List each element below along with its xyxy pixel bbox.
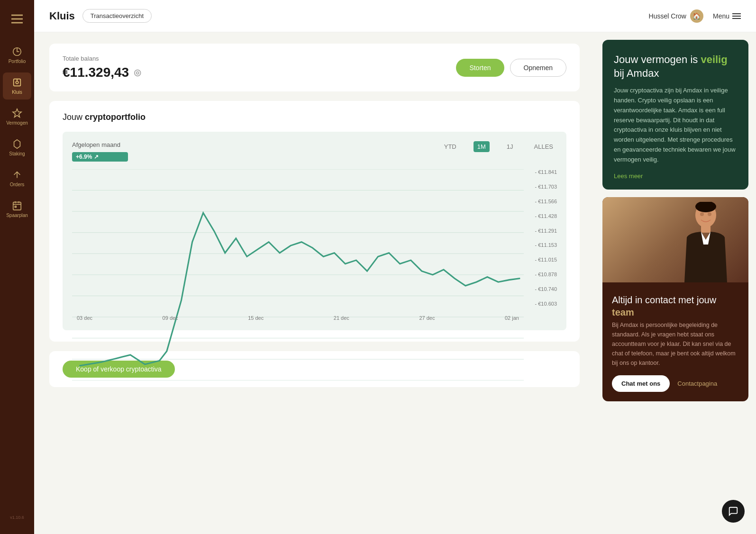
- content-area: Totale balans €11.329,43 ◎ Storten Opnem…: [34, 32, 756, 534]
- svg-point-5: [16, 81, 18, 84]
- user-info: Hussel Crow 🏠: [649, 9, 703, 23]
- chart-tab-alles[interactable]: ALLES: [530, 141, 557, 152]
- sidebar-item-spaarplan[interactable]: Spaarplan: [3, 196, 31, 223]
- svg-rect-25: [701, 226, 710, 233]
- sidebar: Portfolio Kluis Vermogen Staking Orders …: [0, 0, 34, 534]
- portfolio-title: Jouw cryptoportfolio: [63, 112, 566, 122]
- hamburger-icon: [732, 13, 741, 19]
- contact-title-pre: Altijd in contact met jouw: [612, 295, 716, 305]
- contact-card-image: [602, 197, 748, 282]
- security-title-pre: Jouw vermogen is: [614, 54, 701, 65]
- sidebar-item-portfolio[interactable]: Portfolio: [3, 42, 31, 69]
- opnemen-button[interactable]: Opnemen: [510, 59, 566, 77]
- page-title: Kluis: [49, 10, 75, 22]
- person-illustration: [677, 202, 734, 282]
- contact-actions: Chat met ons Contactpagina: [612, 375, 739, 392]
- chart-tabs: YTD 1M 1J ALLES: [440, 141, 557, 152]
- sidebar-logo: [8, 9, 27, 28]
- svg-marker-7: [13, 109, 21, 117]
- balance-label: Totale balans: [63, 55, 456, 62]
- balance-card: Totale balans €11.329,43 ◎ Storten Opnem…: [49, 44, 580, 91]
- eye-icon[interactable]: ◎: [134, 67, 141, 78]
- right-panel: Jouw vermogen is veilig bij Amdax Jouw c…: [595, 32, 756, 534]
- main-panel: Totale balans €11.329,43 ◎ Storten Opnem…: [34, 32, 595, 534]
- chart-badge: +6.9% ↗: [72, 152, 128, 162]
- balance-value: €11.329,43: [63, 65, 129, 80]
- chart-y-labels: - €11.841 - €11.703 - €11.566 - €11.428 …: [524, 169, 557, 307]
- version-label: v1.10.6: [10, 515, 24, 525]
- chart-tab-1m[interactable]: 1M: [474, 141, 490, 152]
- portfolio-title-bold: cryptoportfolio: [85, 112, 146, 122]
- menu-button[interactable]: Menu: [713, 12, 741, 20]
- chart-header: Afgelopen maand +6.9% ↗ YTD 1M 1J ALLES: [72, 141, 557, 162]
- chart-svg: [72, 169, 524, 380]
- svg-rect-8: [13, 202, 21, 210]
- contact-card: Altijd in contact met jouw team Bij Amda…: [602, 197, 748, 401]
- balance-actions: Storten Opnemen: [456, 59, 566, 77]
- chart-svg-wrap: - €11.841 - €11.703 - €11.566 - €11.428 …: [72, 169, 557, 321]
- lees-meer-link[interactable]: Lees meer: [614, 172, 643, 180]
- security-card-title: Jouw vermogen is veilig bij Amdax: [614, 53, 737, 80]
- contact-title-highlight: team: [612, 307, 634, 317]
- security-title-post: bij Amdax: [614, 67, 659, 79]
- chart-container: Afgelopen maand +6.9% ↗ YTD 1M 1J ALLES: [63, 132, 566, 330]
- security-card-body: Jouw cryptoactiva zijn bij Amdax in veil…: [614, 86, 737, 164]
- user-avatar: 🏠: [690, 9, 703, 23]
- security-card: Jouw vermogen is veilig bij Amdax Jouw c…: [602, 40, 748, 190]
- balance-amount: €11.329,43 ◎: [63, 65, 456, 80]
- portfolio-title-pre: Jouw: [63, 112, 85, 122]
- sidebar-item-staking[interactable]: Staking: [3, 134, 31, 161]
- sidebar-item-vermogen[interactable]: Vermogen: [3, 103, 31, 130]
- contact-card-body: Altijd in contact met jouw team Bij Amda…: [602, 282, 748, 401]
- svg-point-26: [700, 212, 704, 216]
- navbar-right: Hussel Crow 🏠 Menu: [649, 9, 741, 23]
- chart-x-labels: 03 dec 09 dec 15 dec 21 dec 27 dec 02 ja…: [72, 315, 524, 321]
- contact-card-title: Altijd in contact met jouw team: [612, 294, 739, 318]
- navbar: Kluis Transactieoverzicht Hussel Crow 🏠 …: [34, 0, 756, 32]
- chat-met-ons-button[interactable]: Chat met ons: [612, 375, 670, 392]
- user-name: Hussel Crow: [649, 12, 686, 20]
- portfolio-section: Jouw cryptoportfolio Afgelopen maand +6.…: [49, 101, 580, 342]
- security-title-highlight: veilig: [701, 54, 727, 65]
- main-wrapper: Kluis Transactieoverzicht Hussel Crow 🏠 …: [34, 0, 756, 534]
- menu-label: Menu: [713, 12, 729, 20]
- svg-point-27: [708, 212, 711, 216]
- chat-widget-button[interactable]: [722, 500, 745, 523]
- contact-card-text: Bij Amdax is persoonlijke begeleiding de…: [612, 320, 739, 368]
- contactpagina-link[interactable]: Contactpagina: [677, 380, 717, 387]
- balance-info: Totale balans €11.329,43 ◎: [63, 55, 456, 80]
- chart-tab-1j[interactable]: 1J: [503, 141, 517, 152]
- storten-button[interactable]: Storten: [456, 59, 504, 77]
- chart-period-label: Afgelopen maand: [72, 141, 120, 148]
- svg-rect-12: [15, 206, 16, 208]
- sidebar-item-kluis[interactable]: Kluis: [3, 72, 31, 100]
- transaction-overview-button[interactable]: Transactieoverzicht: [82, 9, 152, 23]
- sidebar-item-orders[interactable]: Orders: [3, 165, 31, 192]
- chart-tab-ytd[interactable]: YTD: [440, 141, 460, 152]
